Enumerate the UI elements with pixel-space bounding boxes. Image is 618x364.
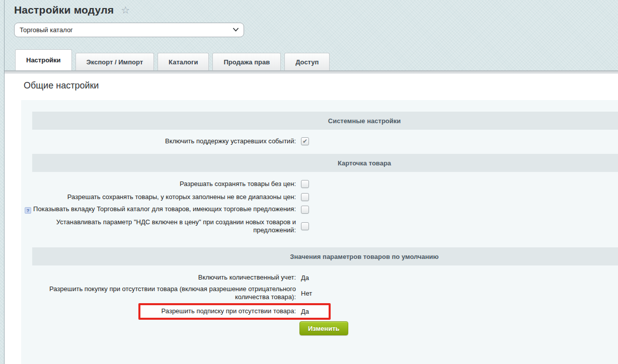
group-header-defaults: Значения параметров товаров по умолчанию bbox=[32, 247, 618, 265]
tab-label: Каталоги bbox=[169, 58, 198, 66]
tab-catalogs[interactable]: Каталоги bbox=[158, 53, 209, 70]
tab-label: Продажа прав bbox=[223, 58, 270, 66]
module-select-wrap: Торговый каталог bbox=[14, 23, 244, 37]
row-label: Включить количественный учет: bbox=[21, 274, 296, 282]
checkbox-incomplete-price-ranges[interactable] bbox=[301, 193, 309, 201]
tab-label: Настройки bbox=[26, 56, 61, 64]
row-label: Устанавливать параметр "НДС включен в це… bbox=[21, 218, 296, 234]
module-select[interactable]: Торговый каталог bbox=[14, 23, 244, 37]
tab-access[interactable]: Доступ bbox=[284, 53, 330, 70]
page-title: Настройки модуля bbox=[14, 4, 114, 16]
form-row: Устанавливать параметр "НДС включен в це… bbox=[21, 218, 618, 234]
form-row: Разрешить покупку при отсутствии товара … bbox=[21, 285, 618, 301]
form-actions: Изменить bbox=[299, 321, 618, 335]
tab-export-import[interactable]: Экспорт / Импорт bbox=[75, 53, 154, 70]
tab-settings[interactable]: Настройки bbox=[15, 49, 72, 70]
row-label: Разрешить покупку при отсутствии товара … bbox=[21, 285, 296, 301]
favorite-star-icon[interactable]: ☆ bbox=[121, 5, 130, 15]
checkbox-vat-included[interactable] bbox=[301, 222, 309, 230]
value-can-buy-zero: Нет bbox=[301, 290, 312, 297]
form-row: Разрешать сохранять товары, у которых за… bbox=[21, 193, 618, 201]
page-left-border bbox=[4, 0, 5, 364]
page-header: Настройки модуля ☆ Торговый каталог bbox=[14, 0, 244, 37]
row-label: ?Показывать вкладку Торговый каталог для… bbox=[21, 205, 296, 214]
form-row: ?Показывать вкладку Торговый каталог для… bbox=[21, 205, 618, 214]
form-row-highlighted: Разрешить подписку при отсутствии товара… bbox=[21, 307, 618, 315]
tab-bar: Настройки Экспорт / Импорт Каталоги Прод… bbox=[15, 49, 333, 70]
tab-divider-strip bbox=[5, 70, 618, 74]
row-label: Разрешать сохранять товары, у которых за… bbox=[21, 193, 296, 201]
tab-label: Экспорт / Импорт bbox=[87, 58, 143, 66]
checkbox-show-catalog-tab[interactable] bbox=[301, 206, 309, 214]
checkbox-legacy-events[interactable]: ✔ bbox=[301, 137, 309, 145]
row-label: Разрешить подписку при отсутствии товара… bbox=[21, 307, 296, 315]
settings-form: Системные настройки Включить поддержку у… bbox=[21, 100, 618, 364]
row-label: Включить поддержку устаревших событий: bbox=[21, 137, 296, 145]
group-header-label: Карточка товара bbox=[338, 159, 391, 167]
help-icon[interactable]: ? bbox=[25, 207, 31, 214]
value-subscribe: Да bbox=[301, 308, 309, 315]
group-header-label: Значения параметров товаров по умолчанию bbox=[290, 253, 438, 260]
row-label: Разрешать сохранять товары без цен: bbox=[21, 180, 296, 188]
group-header-product-card: Карточка товара bbox=[32, 154, 618, 172]
group-header-system: Системные настройки bbox=[32, 112, 618, 130]
form-row: Разрешать сохранять товары без цен: bbox=[21, 180, 618, 188]
tab-content: Общие настройки Системные настройки Вклю… bbox=[5, 74, 618, 364]
form-row: Включить количественный учет: Да bbox=[21, 274, 618, 282]
tab-label: Доступ bbox=[295, 58, 319, 66]
group-header-label: Системные настройки bbox=[328, 117, 401, 125]
row-label-text: Показывать вкладку Торговый каталог для … bbox=[33, 205, 296, 213]
section-title: Общие настройки bbox=[24, 80, 618, 91]
save-button[interactable]: Изменить bbox=[299, 321, 348, 335]
settings-page: Настройки модуля ☆ Торговый каталог Наст… bbox=[0, 0, 618, 364]
value-quantity-trace: Да bbox=[301, 274, 309, 282]
tab-rights-sale[interactable]: Продажа прав bbox=[212, 53, 281, 70]
checkbox-save-without-prices[interactable] bbox=[301, 180, 309, 188]
form-row: Включить поддержку устаревших событий: ✔ bbox=[21, 137, 618, 145]
